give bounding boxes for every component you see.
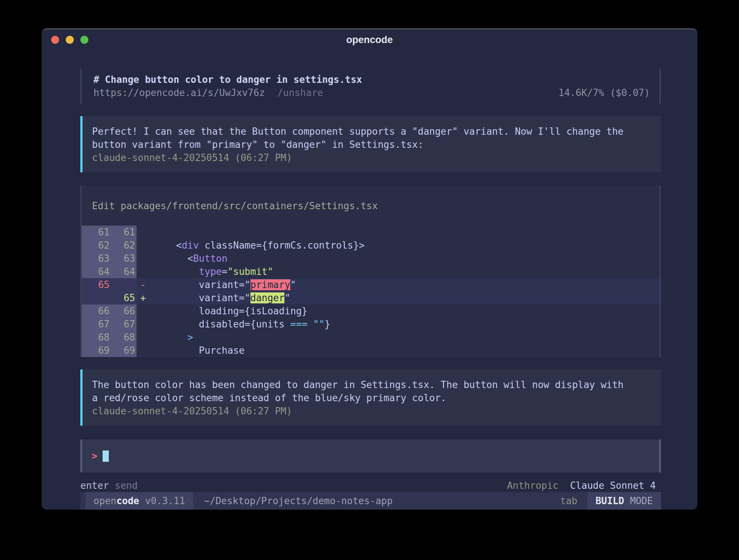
mode-word: MODE [630, 495, 653, 506]
session-view: # Change button color to danger in setti… [42, 50, 697, 510]
message-text-line: The button color has been changed to dan… [92, 378, 652, 391]
context-marker [137, 239, 150, 252]
diff-gutter: 6464 [82, 265, 137, 278]
code-token: danger [250, 292, 285, 303]
context-marker [137, 226, 150, 239]
code-token [176, 266, 199, 277]
message-model-meta: claude-sonnet-4-20250514 (06:27 PM) [92, 404, 652, 418]
old-line-number: 63 [82, 252, 110, 265]
tab-key-hint: tab [550, 492, 587, 510]
context-marker [137, 304, 150, 318]
diff-gutter: 6868 [82, 331, 137, 344]
old-line-number: 67 [82, 318, 110, 331]
new-line-number: 69 [110, 344, 135, 357]
mode-chip[interactable]: BUILD MODE [587, 492, 661, 510]
diff-row: 6262<div className={formCs.controls}> [82, 239, 659, 252]
code-line: variant="primary" [150, 278, 296, 291]
message-text-line: button variant from "primary" to "danger… [92, 138, 652, 151]
diff-row: 6969 Purchase [82, 344, 659, 357]
diff-gutter: 65 [82, 278, 137, 291]
new-line-number: 64 [110, 265, 135, 278]
old-line-number: 66 [82, 304, 110, 318]
prompt-input[interactable]: > [80, 440, 661, 472]
diff-gutter: 6666 [82, 304, 137, 318]
code-token: < [176, 240, 182, 251]
status-bar: opencode v0.3.11 ~/Desktop/Projects/demo… [80, 492, 661, 510]
code-token: className={formCs.controls}> [199, 240, 365, 251]
terminal-window: opencode # Change button color to danger… [42, 28, 697, 510]
code-token: variant=" [176, 292, 250, 303]
code-token: } [325, 319, 330, 330]
diff-row: 6464 type="submit" [82, 265, 659, 278]
enter-key-hint: enter [80, 479, 109, 492]
new-line-number: 63 [110, 252, 135, 265]
assistant-message: Perfect! I can see that the Button compo… [80, 116, 661, 172]
code-token: primary [250, 279, 291, 290]
send-action-hint: send [115, 479, 138, 492]
code-line: disabled={units === ""} [150, 318, 330, 331]
context-marker [137, 318, 150, 331]
code-token: > [187, 332, 193, 343]
diff-gutter: 6969 [82, 344, 137, 357]
removed-marker: - [137, 278, 150, 291]
diff-row: 6666 loading={isLoading} [82, 304, 659, 318]
new-line-number: 61 [110, 226, 135, 239]
code-line: > [150, 331, 193, 344]
diff-gutter: 6262 [82, 239, 137, 252]
new-line-number: 68 [110, 331, 135, 344]
code-token: < [176, 253, 193, 264]
share-url-link[interactable]: https://opencode.ai/s/UwJxv76z [93, 86, 265, 99]
diff-row: 6868 > [82, 331, 659, 344]
code-line: Purchase [150, 344, 245, 357]
code-token [307, 319, 313, 330]
text-cursor [103, 450, 109, 462]
old-line-number: 64 [82, 265, 110, 278]
code-token: " [284, 292, 290, 303]
window-title: opencode [42, 34, 697, 46]
code-line: <Button [150, 252, 227, 265]
mode-word: BUILD [596, 495, 624, 506]
old-line-number: 68 [82, 331, 110, 344]
code-token: = [222, 266, 227, 277]
old-line-number: 65 [82, 278, 110, 291]
code-token: loading={isLoading} [176, 306, 307, 317]
context-marker [137, 344, 150, 357]
token-usage: 14.6K/7% ($0.07) [559, 86, 659, 99]
edit-tool-block: Edit packages/frontend/src/containers/Se… [80, 185, 661, 357]
diff-row: 65- variant="primary" [82, 278, 659, 291]
code-token: Button [193, 253, 227, 264]
context-marker [137, 265, 150, 278]
code-token: disabled={units [176, 319, 290, 330]
model-info: Anthropic Claude Sonnet 4 [507, 479, 656, 492]
unshare-command[interactable]: /unshare [277, 86, 323, 99]
app-version-chip: opencode v0.3.11 [85, 492, 193, 510]
new-line-number: 66 [110, 304, 135, 318]
code-token: type [199, 266, 222, 277]
code-token [176, 332, 187, 343]
working-directory: ~/Desktop/Projects/demo-notes-app [204, 492, 393, 510]
diff-gutter: 65 [82, 291, 137, 304]
diff-gutter: 6767 [82, 318, 137, 331]
diff-row: 6363 <Button [82, 252, 659, 265]
session-title: # Change button color to danger in setti… [93, 73, 659, 86]
code-token: variant=" [176, 279, 250, 290]
code-line: loading={isLoading} [150, 304, 307, 318]
titlebar: opencode [42, 29, 697, 50]
added-marker: + [137, 291, 150, 304]
edit-file-header: Edit packages/frontend/src/containers/Se… [82, 185, 659, 226]
context-marker [137, 252, 150, 265]
new-line-number: 65 [110, 291, 135, 304]
diff-row: 65+ variant="danger" [82, 291, 659, 304]
code-token: " [290, 279, 296, 290]
footer-hints: enter send Anthropic Claude Sonnet 4 [80, 479, 661, 492]
context-marker [137, 331, 150, 344]
old-line-number: 61 [82, 226, 110, 239]
message-model-meta: claude-sonnet-4-20250514 (06:27 PM) [92, 151, 652, 164]
new-line-number: 67 [110, 318, 135, 331]
diff-gutter: 6161 [82, 226, 137, 239]
assistant-message: The button color has been changed to dan… [80, 369, 661, 426]
code-line: variant="danger" [150, 291, 290, 304]
diff-row: 6767 disabled={units === ""} [82, 318, 659, 331]
code-token: "" [313, 319, 325, 330]
old-line-number: 62 [82, 239, 110, 252]
